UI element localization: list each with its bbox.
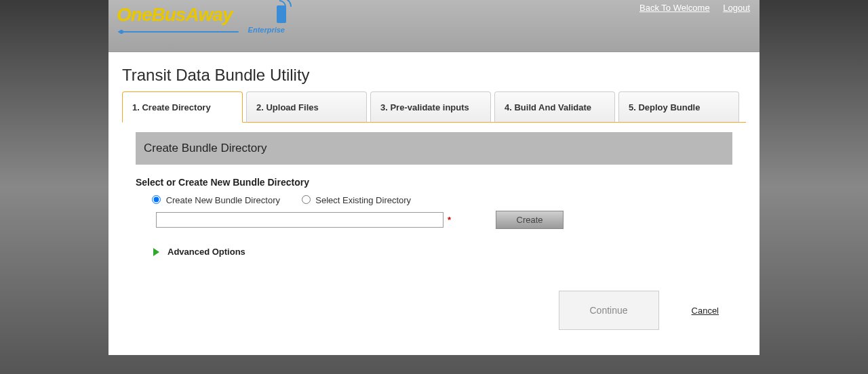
radio-select-existing-input[interactable] bbox=[302, 195, 311, 204]
cancel-link[interactable]: Cancel bbox=[692, 306, 719, 316]
tabs: 1. Create Directory 2. Upload Files 3. P… bbox=[122, 91, 746, 123]
radio-create-new[interactable]: Create New Bundle Directory bbox=[152, 195, 283, 205]
back-to-welcome-link[interactable]: Back To Welcome bbox=[639, 3, 710, 13]
tab-prevalidate[interactable]: 3. Pre-validate inputs bbox=[370, 91, 491, 123]
radio-create-new-input[interactable] bbox=[152, 195, 161, 204]
content: Transit Data Bundle Utility 1. Create Di… bbox=[108, 52, 760, 346]
logout-link[interactable]: Logout bbox=[723, 3, 750, 13]
tab-create-directory[interactable]: 1. Create Directory bbox=[122, 91, 243, 123]
logo-word-away: Away bbox=[185, 4, 232, 25]
subheading: Select or Create New Bundle Directory bbox=[136, 177, 746, 188]
required-indicator: * bbox=[448, 215, 451, 225]
logo-word-bus: Bus bbox=[151, 4, 185, 25]
logo-word-one: One bbox=[117, 4, 151, 25]
radio-select-existing[interactable]: Select Existing Directory bbox=[302, 195, 412, 205]
directory-name-input[interactable] bbox=[156, 212, 443, 228]
advanced-options-toggle[interactable]: Advanced Options bbox=[153, 247, 746, 257]
directory-mode-radios: Create New Bundle Directory Select Exist… bbox=[152, 194, 746, 205]
panel-create-directory: Create Bundle Directory Select or Create… bbox=[122, 123, 746, 346]
advanced-options-label: Advanced Options bbox=[167, 247, 245, 257]
logo-enterprise: Enterprise bbox=[118, 26, 285, 34]
header: OneBusAway Enterprise Back To Welcome Lo… bbox=[108, 0, 760, 52]
radio-select-existing-label: Select Existing Directory bbox=[315, 195, 411, 205]
logo: OneBusAway bbox=[117, 4, 233, 26]
section-heading: Create Bundle Directory bbox=[136, 132, 732, 165]
logo-signal-icon bbox=[282, 0, 292, 7]
action-bar: Continue Cancel bbox=[122, 291, 746, 346]
create-button[interactable]: Create bbox=[496, 211, 564, 229]
app-window: OneBusAway Enterprise Back To Welcome Lo… bbox=[108, 0, 760, 355]
expand-arrow-icon bbox=[153, 248, 159, 256]
directory-input-row: * Create bbox=[156, 211, 746, 229]
header-links: Back To Welcome Logout bbox=[629, 3, 750, 13]
radio-create-new-label: Create New Bundle Directory bbox=[166, 195, 280, 205]
tab-deploy-bundle[interactable]: 5. Deploy Bundle bbox=[618, 91, 739, 123]
tab-build-validate[interactable]: 4. Build And Validate bbox=[494, 91, 615, 123]
continue-button[interactable]: Continue bbox=[559, 291, 659, 330]
tab-upload-files[interactable]: 2. Upload Files bbox=[246, 91, 367, 123]
page-title: Transit Data Bundle Utility bbox=[122, 66, 746, 85]
